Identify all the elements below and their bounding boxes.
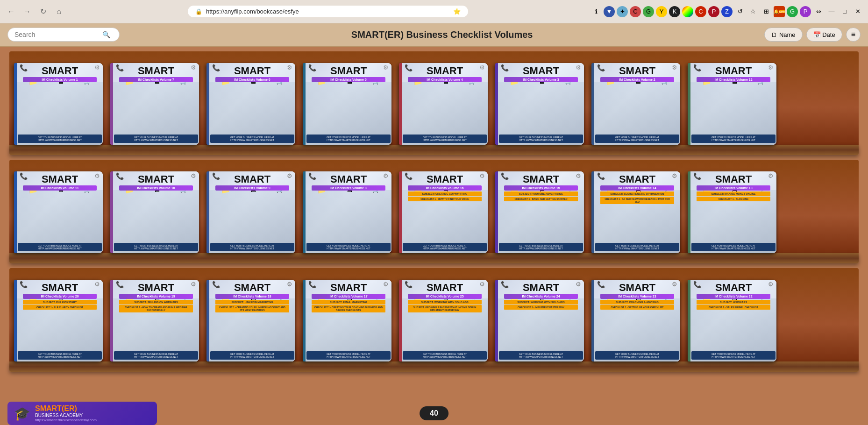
window-close[interactable]: ✕ [852,6,863,17]
book-volume-v24: IM Checklists Volume 24 [504,294,578,299]
book-v24[interactable]: 📞⚙SMARTIM Checklists Volume 24SUBJECT: W… [495,280,584,361]
ext-icon-14[interactable]: ⊞ [761,6,772,17]
book-subject-v18: SUBJECT: LINKEDIN MARKETING [215,300,289,305]
book-v1[interactable]: 📞⚙SMARTIM Checklists Volume 1 📁 🖥 🛒 GET … [14,63,103,145]
book-v16[interactable]: 📞⚙SMARTIM Checklists Volume 16SUBJECT: C… [399,171,488,253]
sort-date-button[interactable]: 📅 Date [806,28,842,42]
book-v2[interactable]: 📞⚙SMARTIM Checklists Volume 2 📁 🖥 🛒 GET … [591,63,680,145]
book-v19[interactable]: 📞⚙SMARTIM Checklists Volume 19SUBJECT: S… [110,280,199,361]
ext-icon-6[interactable]: Y [656,6,667,17]
ext-icon-3[interactable]: ✦ [617,6,628,17]
nav-buttons: ← → ↻ ⌂ [5,5,65,18]
book-volume-v18: IM Checklists Volume 18 [215,294,289,299]
book-title-v9: SMART [234,174,270,184]
book-checklist-v14: CHECKLIST 1 - AN SEO KEYWORD RESEARCH PA… [600,197,674,204]
book-v4[interactable]: 📞⚙SMARTIM Checklists Volume 4 📁 🖥 🛒 GET … [399,63,488,145]
book-v15[interactable]: 📞⚙SMARTIM Checklists Volume 15SUBJECT: Y… [495,171,584,253]
book-v8[interactable]: 📞⚙SMARTIM Checklists Volume 8 📁 🖥 🛒 GET … [303,171,391,253]
book-footer-v3: GET YOUR BUSINESS MODEL HERE ATHTTP://WW… [499,135,583,143]
book-v3[interactable]: 📞⚙SMARTIM Checklists Volume 3 📁 🖥 🛒 GET … [495,63,584,145]
nav-back-button[interactable]: ← [5,5,18,18]
ext-icon-4[interactable]: C [630,6,641,17]
search-input[interactable] [14,31,99,38]
window-maximize[interactable]: □ [839,6,850,17]
book-footer-v11: GET YOUR BUSINESS MODEL HERE ATHTTP://WW… [18,243,102,251]
search-container[interactable]: 🔍 [7,28,120,42]
book-footer-v12: GET YOUR BUSINESS MODEL HERE ATHTTP://WW… [691,135,776,143]
book-volume-v3: IM Checklists Volume 3 [504,77,578,82]
ext-icon-2[interactable]: ▼ [604,6,615,17]
phone-icon: 📞 [501,64,509,71]
book-footer-v23: GET YOUR BUSINESS MODEL HERE ATHTTP://WW… [595,351,679,360]
phone-icon: 📞 [693,172,701,180]
book-v25[interactable]: 📞⚙SMARTIM Checklists Volume 25SUBJECT: W… [399,280,488,361]
window-minimize[interactable]: — [826,6,837,17]
gear-icon: ⚙ [383,64,389,71]
ext-icon-17[interactable]: ⇔ [813,6,824,17]
book-v23[interactable]: 📞⚙SMARTIM Checklists Volume 23SUBJECT: C… [591,280,680,361]
book-title-v23: SMART [619,283,655,293]
nav-forward-button[interactable]: → [21,5,34,18]
book-footer-v13: GET YOUR BUSINESS MODEL HERE ATHTTP://WW… [691,243,776,251]
gear-icon: ⚙ [576,172,581,179]
shelf-plank-2 [9,253,859,263]
ext-icon-12[interactable]: ↺ [734,6,746,17]
book-v6[interactable]: 📞⚙SMARTIM Checklists Volume 6 📁 🖥 🛒 GET … [206,63,295,145]
ext-icon-new[interactable]: 🔔New [774,6,785,17]
gear-icon: ⚙ [191,64,196,71]
address-bar[interactable]: 🔒 https://anyflip.com/bookcase/esfye ⭐ [188,6,468,17]
sort-extra-button[interactable]: ≡ [846,28,861,42]
phone-icon: 📞 [597,64,605,71]
nav-reload-button[interactable]: ↻ [36,5,50,18]
ext-icon-5[interactable]: G [643,6,654,17]
gear-icon: ⚙ [287,64,292,71]
ext-icon-1[interactable]: ℹ [591,6,602,17]
ext-icon-10[interactable]: P [708,6,719,17]
book-v22[interactable]: 📞⚙SMARTIM Checklists Volume 22SUBJECT: W… [688,280,776,361]
footer-logo-title: SMART(ER) [35,404,97,413]
url-text: https://anyflip.com/bookcase/esfye [206,8,299,15]
book-v17[interactable]: 📞⚙SMARTIM Checklists Volume 17SUBJECT: E… [303,280,391,361]
ext-icon-15[interactable]: G [787,6,798,17]
ext-icon-16[interactable]: P [800,6,811,17]
gear-icon: ⚙ [672,64,677,71]
gear-icon: ⚙ [672,281,677,288]
book-title-v15: SMART [523,174,559,184]
gear-icon: ⚙ [672,172,677,179]
shelf-row-1: 📞⚙SMARTIM Checklists Volume 1 📁 🖥 🛒 GET … [9,51,859,155]
book-subject-v20: SUBJECT: PLR KICKSTART [23,300,97,305]
book-v7[interactable]: 📞⚙SMARTIM Checklists Volume 7 📁 🖥 🛒 GET … [110,63,199,145]
book-title-v20: SMART [42,283,78,293]
phone-icon: 📞 [20,172,28,180]
ext-icon-13[interactable]: ☆ [747,6,759,17]
book-footer-v8: GET YOUR BUSINESS MODEL HERE ATHTTP://WW… [306,243,391,251]
shelf-books-1: 📞⚙SMARTIM Checklists Volume 1 📁 🖥 🛒 GET … [9,51,859,145]
ext-icon-9[interactable]: C [695,6,706,17]
gear-icon: ⚙ [191,172,196,179]
book-v18[interactable]: 📞⚙SMARTIM Checklists Volume 18SUBJECT: L… [206,280,295,361]
ext-icon-11[interactable]: Z [721,6,733,17]
ext-icon-8[interactable] [682,6,693,17]
book-title-v8: SMART [330,174,367,184]
book-v10[interactable]: 📞⚙SMARTIM Checklists Volume 10 📁 🖥 🛒 GET… [110,171,199,253]
sort-name-button[interactable]: 🗋 Name [764,28,802,42]
book-v13[interactable]: 📞⚙SMARTIM Checklists Volume 13SUBJECT: M… [688,171,776,253]
book-v12[interactable]: 📞⚙SMARTIM Checklists Volume 12 📁 🖥 🛒 GET… [688,63,776,145]
book-volume-v23: IM Checklists Volume 23 [600,294,674,299]
nav-home-button[interactable]: ⌂ [52,5,65,18]
book-v20[interactable]: 📞⚙SMARTIM Checklists Volume 20SUBJECT: P… [14,280,103,361]
book-footer-v5: GET YOUR BUSINESS MODEL HERE ATHTTP://WW… [306,135,391,143]
book-v5[interactable]: 📞⚙SMARTIM Checklists Volume 5 📁 🖥 🛒 GET … [303,63,391,145]
book-v9[interactable]: 📞⚙SMARTIM Checklists Volume 9 📁 🖥 🛒 GET … [206,171,295,253]
footer-logo[interactable]: 🎓 SMART(ER) BUSINESS ACADEMY https://sma… [7,402,157,425]
ext-icon-7[interactable]: K [669,6,680,17]
book-footer-v1: GET YOUR BUSINESS MODEL HERE ATHTTP://WW… [18,135,102,143]
book-v11[interactable]: 📞⚙SMARTIM Checklists Volume 11 📁 🖥 🛒 GET… [14,171,103,253]
book-footer-v24: GET YOUR BUSINESS MODEL HERE ATHTTP://WW… [499,351,583,360]
book-checklist-v13: CHECKLIST 1 - BLOGGING [697,197,770,201]
book-title-v24: SMART [523,283,559,293]
phone-icon: 📞 [693,281,701,288]
gear-icon: ⚙ [383,281,389,288]
book-volume-v2: IM Checklists Volume 2 [600,77,674,82]
book-v14[interactable]: 📞⚙SMARTIM Checklists Volume 14SUBJECT: S… [591,171,680,253]
